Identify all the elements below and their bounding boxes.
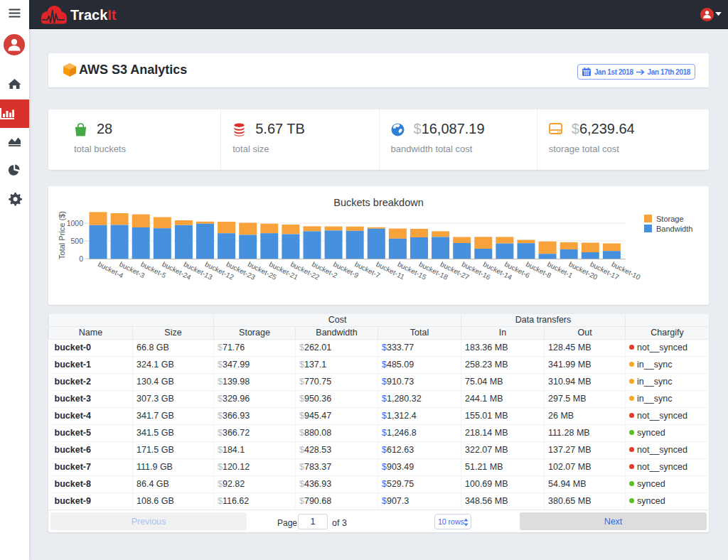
svg-text:0: 0 [79,254,83,263]
svg-text:Storage: Storage [656,215,684,223]
svg-text:1000: 1000 [67,219,84,227]
svg-text:500: 500 [70,237,83,245]
svg-text:Total Price ($): Total Price ($) [58,211,66,259]
svg-text:Bandwidth: Bandwidth [656,225,692,233]
